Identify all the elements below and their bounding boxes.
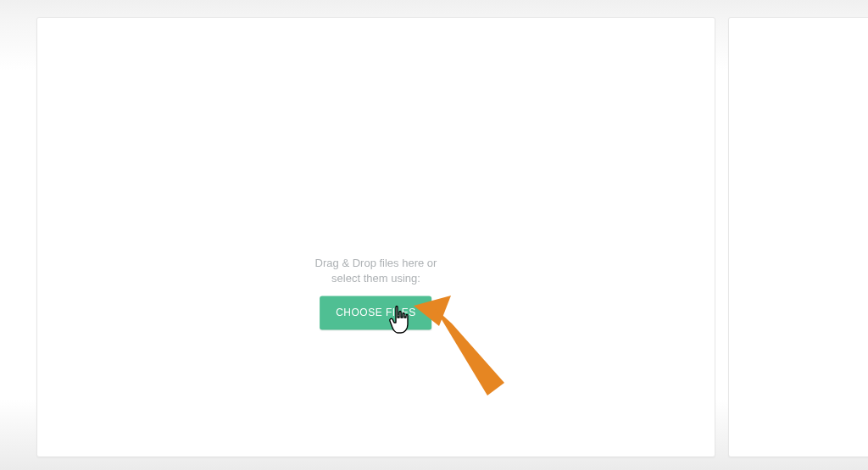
drag-drop-hint-line2: select them using: xyxy=(331,271,420,286)
upload-dropzone[interactable]: Drag & Drop files here or select them us… xyxy=(315,256,437,329)
side-panel xyxy=(728,17,868,457)
drag-drop-hint-line1: Drag & Drop files here or xyxy=(315,256,437,271)
choose-files-button[interactable]: CHOOSE FILES xyxy=(320,296,432,330)
viewport: Drag & Drop files here or select them us… xyxy=(0,0,868,470)
upload-panel[interactable]: Drag & Drop files here or select them us… xyxy=(36,17,715,457)
choose-files-label: CHOOSE FILES xyxy=(336,307,416,319)
